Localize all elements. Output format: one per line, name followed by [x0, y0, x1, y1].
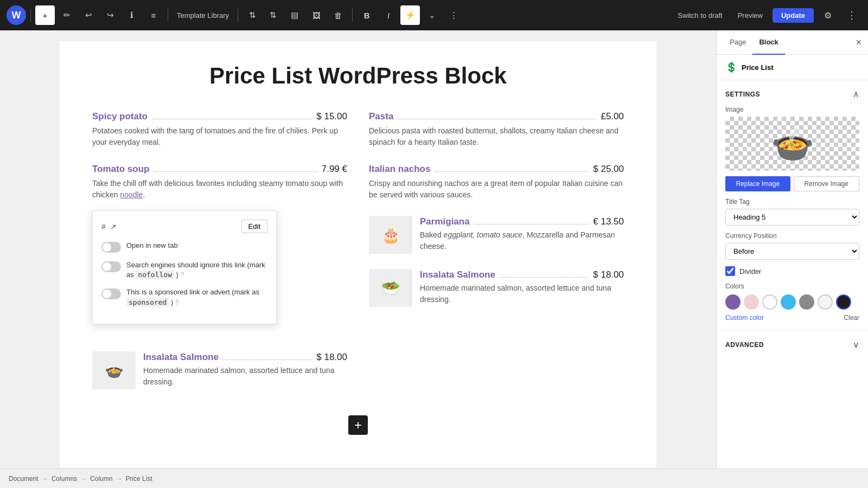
breadcrumb-arrow-3: →: [116, 475, 122, 483]
price-item-insalata-left: 🍲 Insalata Salmone $ 18.00 Homemade mari…: [92, 351, 347, 389]
color-swatch-light-gray[interactable]: [818, 294, 833, 310]
breadcrumb-column[interactable]: Column: [90, 475, 112, 483]
list-icon: ≡: [151, 11, 156, 20]
dropdown-button[interactable]: ⌄: [422, 5, 442, 25]
add-block-btn[interactable]: +: [348, 415, 368, 435]
advanced-title: Advanced: [725, 341, 764, 349]
image-button[interactable]: 🖼: [307, 5, 326, 25]
parmigiana-image: 🎂: [369, 216, 412, 254]
sponsored-help-icon[interactable]: ?: [175, 299, 179, 306]
plus-icon: +: [354, 419, 362, 432]
nofollow-toggle[interactable]: [101, 261, 121, 272]
color-swatch-purple[interactable]: [725, 294, 741, 310]
more-icon: ⋮: [450, 10, 458, 20]
sponsored-label: This is a sponsored link or advert (mark…: [126, 287, 267, 307]
nofollow-help-icon[interactable]: ?: [181, 271, 184, 279]
item-dots-insalata-right: [500, 269, 589, 278]
item-dots-1: [152, 111, 312, 119]
image-icon: 🖼: [312, 11, 321, 20]
price-list-icon: 💲: [725, 61, 737, 73]
currency-position-select[interactable]: Before After: [725, 243, 859, 260]
main-layout: Price List WordPress Block Spicy potato …: [0, 30, 868, 468]
link-popup-edit-button[interactable]: Edit: [241, 220, 267, 233]
custom-button[interactable]: ⚡: [400, 5, 420, 25]
breadcrumb-columns[interactable]: Columns: [52, 475, 77, 483]
custom-color-link[interactable]: Custom color: [725, 314, 764, 322]
noodle-link[interactable]: noodle: [120, 190, 143, 199]
item-desc-spicy-potato: Potatoes cooked with the tang of tomatoe…: [92, 125, 347, 148]
template-library-label: Template Library: [173, 11, 233, 20]
color-swatch-dark[interactable]: [836, 294, 851, 310]
tab-page[interactable]: Page: [723, 30, 752, 55]
item-desc-insalata-right: Homemade marinated salmon, assorted lett…: [420, 282, 624, 305]
item-name-spicy-potato: Spicy potato: [92, 111, 148, 122]
toolbar-divider-1: [30, 9, 31, 22]
item-name-italian-nachos: Italian nachos: [369, 164, 430, 175]
external-link-icon[interactable]: ↗: [110, 222, 117, 231]
custom-color-row: Custom color Clear: [725, 314, 859, 322]
bold-button[interactable]: B: [357, 5, 376, 25]
undo-button[interactable]: ↩: [79, 5, 98, 25]
title-tag-select[interactable]: Heading 1 Heading 2 Heading 3 Heading 4 …: [725, 209, 859, 226]
more-button[interactable]: ⋮: [444, 5, 463, 25]
pencil-icon: ✏: [63, 10, 71, 20]
custom-icon: ⚡: [405, 10, 416, 20]
color-swatches: [725, 294, 859, 310]
image-label: Image: [725, 106, 859, 113]
switch-draft-button[interactable]: Switch to draft: [672, 8, 727, 23]
settings-button[interactable]: ⚙: [818, 5, 838, 25]
preview-button[interactable]: Preview: [732, 8, 768, 23]
update-button[interactable]: Update: [773, 8, 814, 23]
image-preview: 🍲: [725, 117, 859, 171]
hash-icon[interactable]: #: [101, 222, 106, 231]
item-name-insalata-left: Insalata Salmone: [143, 352, 219, 363]
info-button[interactable]: ℹ: [122, 5, 142, 25]
redo-icon: ↪: [107, 10, 114, 20]
settings-section-header[interactable]: Settings ∧: [725, 89, 859, 99]
wp-logo[interactable]: W: [7, 5, 26, 25]
advanced-header[interactable]: Advanced ∨: [725, 339, 859, 350]
clear-button[interactable]: Clear: [844, 314, 859, 322]
item-name-tomato-soup: Tomato soup: [92, 164, 149, 175]
sidebar-tabs: Page Block ×: [717, 30, 868, 55]
settings-title: Settings: [725, 91, 760, 98]
price-list-column-left: Spicy potato $ 15.00 Potatoes cooked wit…: [92, 111, 347, 404]
item-price-spicy-potato: $ 15.00: [316, 111, 347, 122]
color-swatch-light-pink[interactable]: [744, 294, 759, 310]
divider-checkbox[interactable]: [725, 266, 735, 276]
info-icon: ℹ: [130, 10, 133, 20]
tab-block[interactable]: Block: [752, 30, 784, 55]
item-price-insalata-right: $ 18.00: [593, 269, 624, 280]
link-popup: # ↗ Edit Open in new tab: [92, 210, 277, 324]
add-block-button[interactable]: +: [35, 5, 55, 25]
sidebar-close-button[interactable]: ×: [856, 37, 861, 48]
new-tab-toggle[interactable]: [101, 242, 121, 253]
price-item-spicy-potato: Spicy potato $ 15.00 Potatoes cooked wit…: [92, 111, 347, 148]
breadcrumb-price-list[interactable]: Price List: [125, 475, 152, 483]
replace-image-button[interactable]: Replace Image: [725, 176, 790, 191]
list-view-button[interactable]: ≡: [144, 5, 163, 25]
color-swatch-light-blue[interactable]: [781, 294, 796, 310]
toolbar-group-transfer: ⇅ ⇅: [242, 5, 283, 25]
align-button[interactable]: ▤: [285, 5, 304, 25]
item-desc-pasta: Delicious pasta with roasted butternut, …: [369, 125, 624, 148]
pencil-button[interactable]: ✏: [57, 5, 76, 25]
trash-button[interactable]: 🗑: [328, 5, 348, 25]
more-options-button[interactable]: ⋮: [842, 5, 861, 25]
remove-image-button[interactable]: Remove Image: [794, 176, 860, 191]
nofollow-label: Search engines should ignore this link (…: [126, 260, 267, 280]
redo-button[interactable]: ↪: [100, 5, 120, 25]
new-tab-label: Open in new tab: [126, 241, 178, 251]
sponsored-toggle[interactable]: [101, 288, 121, 299]
align-icon: ▤: [291, 10, 298, 20]
chevron-updown-button[interactable]: ⇅: [263, 5, 283, 25]
image-buttons: Replace Image Remove Image: [725, 176, 859, 191]
breadcrumb-document[interactable]: Document: [9, 475, 39, 483]
italic-button[interactable]: I: [379, 5, 398, 25]
color-swatch-white[interactable]: [762, 294, 777, 310]
nofollow-code: nofollow: [136, 270, 174, 279]
transfer-button[interactable]: ⇅: [242, 5, 262, 25]
color-swatch-gray[interactable]: [799, 294, 814, 310]
editor-canvas: Price List WordPress Block Spicy potato …: [60, 41, 656, 467]
more-options-icon: ⋮: [847, 9, 857, 21]
